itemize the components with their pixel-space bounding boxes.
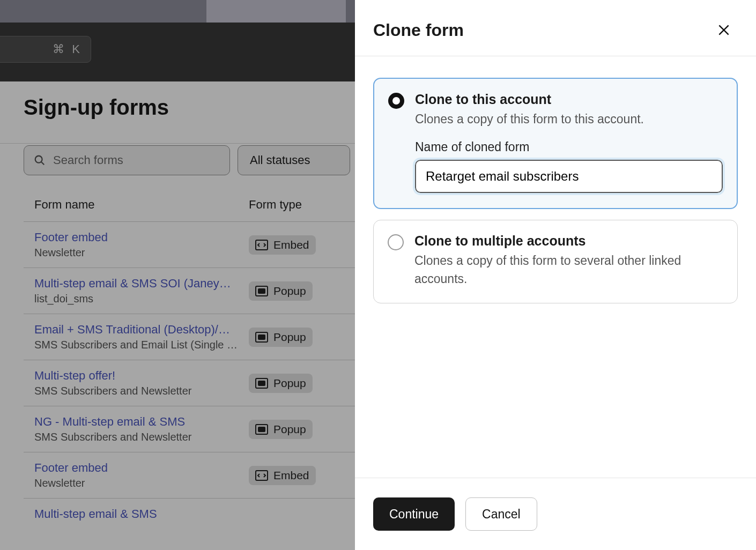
cancel-button[interactable]: Cancel (465, 497, 537, 531)
option2-title: Clone to multiple accounts (414, 233, 723, 249)
panel-title: Clone form (373, 20, 464, 40)
cloned-name-input[interactable] (415, 160, 723, 193)
cloned-name-label: Name of cloned form (415, 140, 723, 154)
clone-form-panel: Clone form Clone to this account Clones … (355, 0, 756, 550)
radio-selected-icon (388, 93, 404, 109)
continue-button[interactable]: Continue (373, 497, 455, 531)
panel-footer: Continue Cancel (355, 478, 756, 550)
option-clone-this-account[interactable]: Clone to this account Clones a copy of t… (373, 78, 738, 209)
close-icon (717, 23, 731, 37)
panel-header: Clone form (355, 0, 756, 56)
radio-unselected-icon (388, 234, 404, 250)
option1-desc: Clones a copy of this form to this accou… (415, 110, 723, 128)
option1-title: Clone to this account (415, 92, 723, 107)
option-clone-multiple-accounts[interactable]: Clone to multiple accounts Clones a copy… (373, 220, 738, 303)
close-button[interactable] (713, 19, 735, 41)
option2-desc: Clones a copy of this form to several ot… (414, 252, 723, 288)
panel-body: Clone to this account Clones a copy of t… (355, 56, 756, 478)
